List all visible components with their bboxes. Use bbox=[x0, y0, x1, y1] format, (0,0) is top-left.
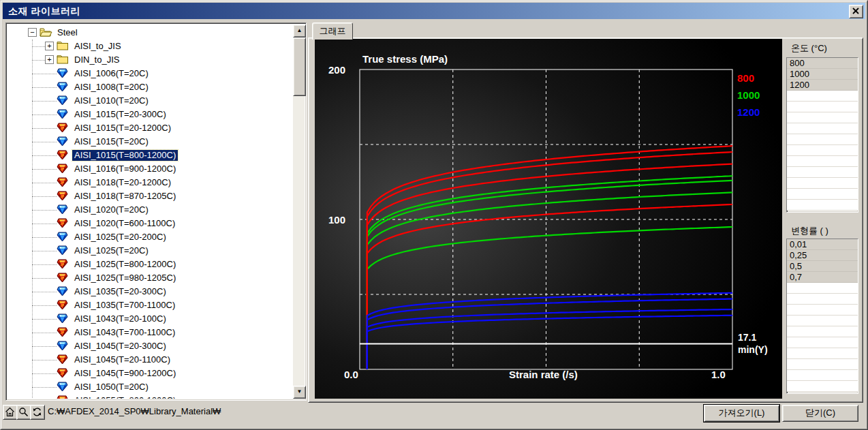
tree-item[interactable]: AISI_1006(T=20C) bbox=[72, 68, 151, 79]
gem-red-icon bbox=[57, 164, 68, 176]
tree-scrollbar[interactable]: ▲ ▼ bbox=[293, 25, 305, 399]
tree-item[interactable]: AISI_1025(T=980-1205C) bbox=[72, 273, 178, 283]
gem-blue-icon bbox=[57, 68, 68, 81]
gem-red-icon bbox=[57, 191, 68, 204]
tree-item[interactable]: AISI_1025(T=20C) bbox=[72, 245, 151, 256]
tree-item[interactable]: AISI_1015(T=20-300C) bbox=[72, 109, 168, 120]
list-item bbox=[787, 359, 858, 370]
tree-guide-stub bbox=[32, 387, 57, 388]
list-item bbox=[787, 305, 858, 316]
tree-guide-stub bbox=[32, 142, 57, 142]
list-item bbox=[787, 326, 858, 337]
tree-item[interactable]: AISI_1015(T=20-1200C) bbox=[72, 123, 173, 134]
list-item bbox=[787, 381, 858, 392]
scrollbar-thumb[interactable] bbox=[293, 37, 306, 96]
list-item bbox=[787, 145, 858, 156]
gem-red-icon bbox=[57, 150, 68, 163]
tree-item[interactable]: AISI_1025(T=800-1200C) bbox=[72, 259, 178, 270]
tree-guide-stub bbox=[32, 183, 57, 183]
list-item[interactable]: 1000 bbox=[787, 69, 858, 80]
tree-item[interactable]: AISI_1015(T=800-1200C) bbox=[72, 150, 178, 161]
temperature-list[interactable]: 80010001200 bbox=[786, 57, 858, 213]
tree-item[interactable]: AISI_1010(T=20C) bbox=[72, 95, 151, 106]
tree-item[interactable]: AISI_1008(T=20C) bbox=[72, 82, 151, 93]
close-button[interactable] bbox=[849, 5, 863, 18]
triangle-up-icon: ▲ bbox=[297, 27, 303, 33]
gem-red-icon bbox=[57, 218, 68, 231]
temperature-panel-title: 온도 (°C) bbox=[791, 42, 827, 55]
legend-800: 800 bbox=[737, 72, 754, 84]
list-item bbox=[787, 112, 858, 123]
tree-item[interactable]: AISI_1055(T=800-1200C) bbox=[72, 395, 178, 399]
gem-red-icon bbox=[57, 177, 68, 190]
gem-blue-icon bbox=[57, 109, 68, 122]
tree-item[interactable]: AISI_1015(T=20C) bbox=[72, 136, 151, 147]
gem-blue-icon bbox=[57, 232, 68, 245]
home-button[interactable] bbox=[3, 405, 18, 420]
tree-item[interactable]: AISI_1050(T=20C) bbox=[72, 382, 151, 393]
gem-blue-icon bbox=[57, 136, 68, 149]
tree-item[interactable]: AISI_1018(T=870-1205C) bbox=[72, 191, 178, 202]
tree-expand-toggle[interactable]: − bbox=[28, 28, 37, 37]
list-item bbox=[787, 200, 858, 211]
tree-guide-stub bbox=[32, 292, 57, 292]
tree-guide-stub bbox=[32, 155, 57, 156]
strain-panel-title: 변형률 ( ) bbox=[791, 225, 828, 237]
tree-item[interactable]: AISI_1018(T=20-1200C) bbox=[72, 177, 173, 188]
tree-item[interactable]: DIN_to_JIS bbox=[72, 55, 121, 65]
list-item[interactable]: 800 bbox=[787, 58, 858, 69]
list-item bbox=[787, 294, 858, 305]
gem-red-icon bbox=[57, 300, 68, 313]
triangle-down-icon: ▼ bbox=[297, 388, 303, 395]
tree-item[interactable]: AISI_1043(T=700-1100C) bbox=[72, 327, 177, 338]
tree-item[interactable]: AISI_1045(T=20-300C) bbox=[72, 341, 168, 352]
tree-item[interactable]: AISI_1016(T=900-1200C) bbox=[72, 164, 178, 174]
title-bar[interactable]: 소재 라이브러리 bbox=[3, 3, 865, 19]
gem-blue-icon bbox=[57, 286, 68, 299]
tree-item[interactable]: AISI_1045(T=20-1100C) bbox=[72, 354, 172, 365]
refresh-button[interactable] bbox=[30, 405, 45, 420]
close-icon bbox=[852, 7, 859, 14]
gem-blue-icon bbox=[57, 313, 68, 326]
tree-guide-stub bbox=[32, 101, 57, 102]
tree-expand-toggle[interactable]: + bbox=[45, 55, 54, 64]
list-item bbox=[787, 167, 858, 178]
tree-item[interactable]: AISI_1045(T=900-1200C) bbox=[72, 368, 178, 379]
tree-guide-stub bbox=[32, 210, 57, 211]
chart-title: True stress (MPa) bbox=[362, 53, 448, 65]
import-button[interactable]: 가져오기(L) bbox=[704, 405, 779, 422]
material-tree-box: −Steel+AISI_to_JIS+DIN_to_JISAISI_1006(T… bbox=[5, 22, 307, 401]
tree-item[interactable]: AISI_1035(T=20-300C) bbox=[72, 286, 168, 297]
tree-item[interactable]: AISI_1020(T=600-1100C) bbox=[72, 218, 177, 229]
tree-item[interactable]: AISI_1020(T=20C) bbox=[72, 204, 151, 215]
tree-item[interactable]: Steel bbox=[55, 27, 80, 38]
list-item[interactable]: 0,7 bbox=[787, 272, 858, 283]
gem-blue-icon bbox=[57, 95, 68, 108]
scroll-up-button[interactable]: ▲ bbox=[293, 25, 306, 37]
close-dialog-button[interactable]: 닫기(C) bbox=[782, 405, 858, 422]
gem-blue-icon bbox=[57, 341, 68, 354]
tree-guide-stub bbox=[32, 360, 57, 360]
tree-guide-stub bbox=[32, 224, 57, 224]
strain-list[interactable]: 0,010,250,50,7 bbox=[786, 239, 858, 394]
tree-item[interactable]: AISI_1035(T=700-1100C) bbox=[72, 300, 177, 311]
list-item[interactable]: 0,5 bbox=[787, 261, 858, 272]
tree-guide-stub bbox=[32, 87, 57, 88]
material-tree[interactable]: −Steel+AISI_to_JIS+DIN_to_JISAISI_1006(T… bbox=[7, 25, 293, 399]
scroll-down-button[interactable]: ▼ bbox=[293, 386, 306, 399]
x-axis-label: Strain rate (/s) bbox=[509, 369, 578, 380]
legend-1000: 1000 bbox=[737, 89, 760, 101]
tree-item[interactable]: AISI_to_JIS bbox=[72, 41, 123, 52]
search-button[interactable] bbox=[16, 405, 31, 420]
tree-guide-stub bbox=[32, 346, 57, 347]
tree-expand-toggle[interactable]: + bbox=[45, 42, 54, 50]
list-item[interactable]: 0,01 bbox=[787, 239, 858, 250]
tree-item[interactable]: AISI_1043(T=20-100C) bbox=[72, 313, 168, 324]
refresh-icon bbox=[32, 407, 42, 417]
list-item[interactable]: 1200 bbox=[787, 80, 858, 91]
tree-guide-stub bbox=[32, 46, 45, 47]
tree-item[interactable]: AISI_1025(T=20-200C) bbox=[72, 232, 168, 243]
list-item bbox=[787, 283, 858, 294]
tab-graph[interactable]: 그래프 bbox=[312, 22, 353, 40]
list-item[interactable]: 0,25 bbox=[787, 250, 858, 261]
